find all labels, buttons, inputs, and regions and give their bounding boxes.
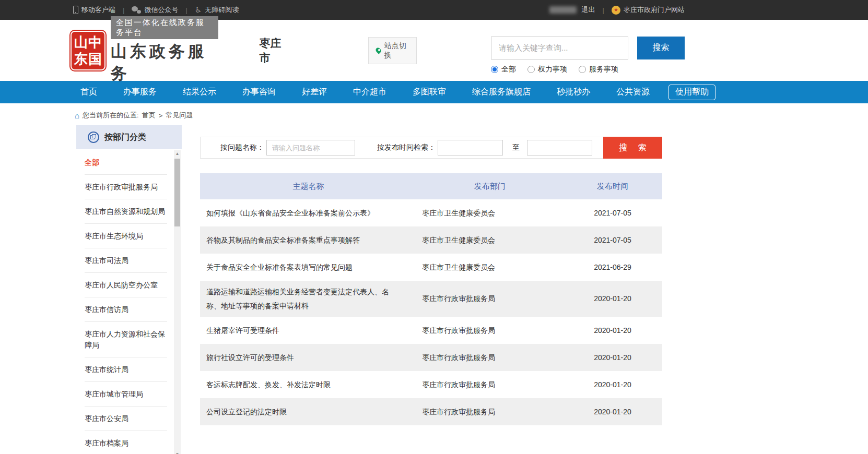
- scroll-down-icon[interactable]: ▼: [174, 451, 181, 454]
- table-row[interactable]: 谷物及其制品的食品安全标准备案重点事项解答 枣庄市卫生健康委员会 2021-07…: [200, 226, 662, 254]
- radio-power-items-label: 权力事项: [538, 65, 567, 74]
- radio-dot-icon: [579, 66, 586, 73]
- row-title-link[interactable]: 谷物及其制品的食品安全标准备案重点事项解答: [200, 229, 417, 252]
- site-switch-label: 站点切换: [384, 41, 409, 60]
- sidebar-item[interactable]: 枣庄市信访局: [85, 297, 167, 322]
- table-row[interactable]: 客运标志牌配发、换发、补发法定时限 枣庄市行政审批服务局 2020-01-20: [200, 371, 662, 398]
- row-title-link[interactable]: 旅行社设立许可的受理条件: [200, 347, 417, 369]
- sidebar-item-all[interactable]: 全部: [85, 150, 167, 175]
- date-from-input[interactable]: [438, 140, 503, 156]
- nav-item-services[interactable]: 办事服务: [116, 81, 164, 103]
- sidebar-item[interactable]: 枣庄市生态环境局: [85, 224, 167, 248]
- mobile-client-link[interactable]: 移动客户端: [73, 5, 115, 15]
- sidebar-item[interactable]: 枣庄市城市管理局: [85, 382, 167, 407]
- sidebar-scrollbar[interactable]: ▲ ▼: [174, 150, 181, 454]
- row-date: 2021-07-05: [563, 206, 662, 220]
- row-dept: 枣庄市卫生健康委员会: [417, 206, 563, 220]
- wechat-link[interactable]: 微信公众号: [132, 5, 178, 15]
- sidebar-item[interactable]: 枣庄市统计局: [85, 357, 167, 382]
- sidebar-item[interactable]: 枣庄市司法局: [85, 248, 167, 273]
- sidebar-item[interactable]: 枣庄市人民防空办公室: [85, 273, 167, 297]
- radio-dot-icon: [491, 66, 498, 73]
- filter-bar: 按问题名称： 按发布时间检索： 至 搜 索: [200, 137, 662, 159]
- radio-all[interactable]: 全部: [491, 65, 516, 74]
- filter-search-button[interactable]: 搜 索: [603, 137, 662, 159]
- header-search-button[interactable]: 搜索: [637, 37, 685, 59]
- city-name: 枣庄市: [259, 36, 287, 65]
- row-date: 2021-07-05: [563, 233, 662, 247]
- nav-item-flagship-store[interactable]: 综合服务旗舰店: [465, 81, 538, 103]
- sidebar-item[interactable]: 枣庄市自然资源和规划局: [85, 199, 167, 224]
- row-title-link[interactable]: 生猪屠宰许可受理条件: [200, 319, 417, 342]
- row-date: 2021-06-29: [563, 260, 662, 274]
- table-row[interactable]: 生猪屠宰许可受理条件 枣庄市行政审批服务局 2020-01-20: [200, 317, 662, 344]
- wechat-label: 微信公众号: [144, 5, 178, 15]
- row-dept: 枣庄市行政审批服务局: [417, 351, 563, 365]
- nav-item-reviews[interactable]: 好差评: [295, 81, 334, 103]
- radio-service-items[interactable]: 服务事项: [579, 65, 618, 74]
- row-date: 2020-01-20: [563, 351, 662, 365]
- radio-power-items[interactable]: 权力事项: [527, 65, 567, 74]
- accessibility-label: 无障碍阅读: [205, 5, 239, 15]
- table-row[interactable]: 公司设立登记的法定时限 枣庄市行政审批服务局 2020-01-20: [200, 398, 662, 425]
- shandong-seal-logo[interactable]: 山 中 东 国: [71, 31, 105, 70]
- row-dept: 枣庄市行政审批服务局: [417, 405, 563, 419]
- sidebar-item[interactable]: 枣庄市行政审批服务局: [85, 175, 167, 199]
- username-redacted: [549, 6, 577, 14]
- date-to-input[interactable]: [527, 140, 592, 156]
- row-dept: 枣庄市行政审批服务局: [417, 292, 563, 306]
- sidebar-header: 按部门分类: [76, 125, 182, 149]
- table-row[interactable]: 旅行社设立许可的受理条件 枣庄市行政审批服务局 2020-01-20: [200, 344, 662, 371]
- gov-portal-label: 枣庄市政府门户网站: [624, 5, 685, 15]
- scrollbar-thumb[interactable]: [174, 159, 180, 226]
- seal-char: 中: [88, 34, 102, 51]
- nav-item-results[interactable]: 结果公示: [175, 81, 224, 103]
- row-title-link[interactable]: 关于食品安全企业标准备案表填写的常见问题: [200, 256, 417, 279]
- sidebar-item[interactable]: 枣庄市人力资源和社会保障局: [85, 322, 167, 357]
- row-title-link[interactable]: 道路运输和道路运输相关业务经营者变更法定代表人、名称、地址等事项的备案申请材料: [200, 281, 417, 317]
- nav-item-consult[interactable]: 办事咨询: [235, 81, 283, 103]
- site-switch-button[interactable]: 站点切换: [368, 37, 417, 64]
- logout-link[interactable]: 退出: [582, 5, 595, 15]
- nav-item-instant-approval[interactable]: 秒批秒办: [549, 81, 597, 103]
- seal-char: 山: [74, 34, 88, 51]
- date-to-label: 至: [512, 143, 520, 152]
- column-header-dept: 发布部门: [417, 182, 563, 192]
- sidebar-item[interactable]: 枣庄市公安局: [85, 407, 167, 431]
- accessibility-link[interactable]: ♿ 无障碍阅读: [195, 5, 239, 15]
- mobile-icon: [73, 6, 78, 14]
- header-search-zone: 搜索 全部 权力事项 服务事项: [491, 27, 685, 74]
- breadcrumb-home-link[interactable]: 首页: [142, 111, 156, 120]
- nav-item-public-resources[interactable]: 公共资源: [609, 81, 657, 103]
- nav-item-agency-market[interactable]: 中介超市: [346, 81, 394, 103]
- table-row[interactable]: 关于食品安全企业标准备案表填写的常见问题 枣庄市卫生健康委员会 2021-06-…: [200, 254, 662, 281]
- platform-banner: 全国一体化在线政务服务平台: [111, 16, 219, 39]
- table-row[interactable]: 如何填报《山东省食品安全企业标准备案前公示表》 枣庄市卫生健康委员会 2021-…: [200, 199, 662, 226]
- row-date: 2020-01-20: [563, 378, 662, 392]
- question-name-input[interactable]: [266, 140, 355, 156]
- sidebar-item[interactable]: 枣庄市档案局: [85, 431, 167, 454]
- mobile-client-label: 移动客户端: [81, 5, 115, 15]
- table-row[interactable]: 道路运输和道路运输相关业务经营者变更法定代表人、名称、地址等事项的备案申请材料 …: [200, 281, 662, 317]
- row-title-link[interactable]: 客运标志牌配发、换发、补发法定时限: [200, 374, 417, 396]
- row-dept: 枣庄市行政审批服务局: [417, 378, 563, 392]
- row-dept: 枣庄市行政审批服务局: [417, 324, 563, 338]
- keyword-search-input[interactable]: [491, 37, 628, 59]
- gov-portal-link[interactable]: ★ 枣庄市政府门户网站: [612, 5, 685, 15]
- radio-all-label: 全部: [501, 65, 516, 74]
- divider: |: [123, 6, 124, 14]
- question-name-label: 按问题名称：: [220, 143, 264, 152]
- breadcrumb-prefix: 您当前所在的位置:: [83, 111, 139, 120]
- category-icon: [88, 132, 99, 143]
- nav-item-help[interactable]: 使用帮助: [668, 85, 715, 100]
- publish-date-label: 按发布时间检索：: [377, 143, 436, 152]
- sidebar-list: 全部 枣庄市行政审批服务局 枣庄市自然资源和规划局 枣庄市生态环境局 枣庄市司法…: [76, 149, 182, 454]
- breadcrumb-separator: >: [159, 112, 163, 120]
- scroll-up-icon[interactable]: ▲: [174, 150, 181, 157]
- row-title-link[interactable]: 如何填报《山东省食品安全企业标准备案前公示表》: [200, 202, 417, 224]
- row-title-link[interactable]: 公司设立登记的法定时限: [200, 401, 417, 423]
- faq-table: 主题名称 发布部门 发布时间 如何填报《山东省食品安全企业标准备案前公示表》 枣…: [200, 173, 662, 425]
- nav-item-multi-review[interactable]: 多图联审: [405, 81, 453, 103]
- radio-service-items-label: 服务事项: [589, 65, 618, 74]
- nav-item-home[interactable]: 首页: [73, 81, 104, 103]
